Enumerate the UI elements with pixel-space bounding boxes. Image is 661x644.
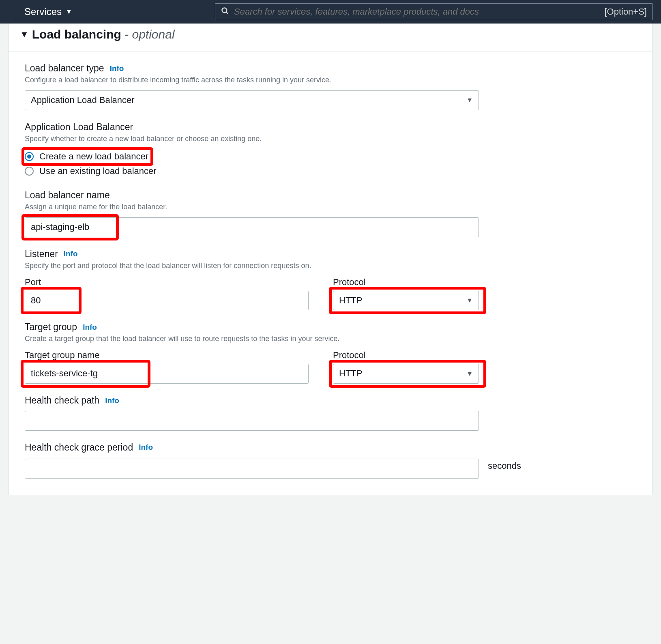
alb-choice-section: Application Load Balancer Specify whethe… xyxy=(9,110,652,178)
svg-point-0 xyxy=(222,8,227,13)
lb-type-info-link[interactable]: Info xyxy=(110,64,124,73)
target-group-section: Target group Info Create a target group … xyxy=(9,310,652,384)
alb-choice-label: Application Load Balancer xyxy=(25,122,133,133)
target-group-label: Target group xyxy=(25,322,77,333)
lb-name-section: Load balancer name Assign a unique name … xyxy=(9,178,652,237)
lb-name-desc: Assign a unique name for the load balanc… xyxy=(25,202,636,213)
search-input[interactable] xyxy=(234,6,599,17)
target-group-desc: Create a target group that the load bala… xyxy=(25,333,636,344)
listener-desc: Specify the port and protocol that the l… xyxy=(25,260,636,271)
radio-use-existing-lb[interactable]: Use an existing load balancer xyxy=(25,164,636,178)
lb-type-section: Load balancer type Info Configure a load… xyxy=(9,52,652,110)
search-icon xyxy=(221,7,229,17)
target-group-info-link[interactable]: Info xyxy=(83,323,97,332)
global-search[interactable]: [Option+S] xyxy=(215,3,653,20)
services-menu-button[interactable]: Services ▼ xyxy=(24,6,72,17)
health-check-path-section: Health check path Info xyxy=(9,384,652,431)
chevron-down-icon: ▼ xyxy=(466,369,473,378)
chevron-down-icon: ▼ xyxy=(466,96,473,105)
health-check-path-input[interactable] xyxy=(25,411,479,431)
tg-protocol-label: Protocol xyxy=(333,350,479,361)
health-grace-input[interactable] xyxy=(25,459,479,479)
radio-checked-icon xyxy=(25,152,34,161)
health-grace-info-link[interactable]: Info xyxy=(139,443,153,452)
radio-existing-label: Use an existing load balancer xyxy=(39,166,157,176)
protocol-label: Protocol xyxy=(333,277,479,288)
load-balancing-panel: ▼ Load balancing - optional Load balance… xyxy=(8,24,653,495)
listener-protocol-value: HTTP xyxy=(339,294,362,307)
grace-unit-label: seconds xyxy=(488,461,521,471)
lb-type-label: Load balancer type xyxy=(25,63,104,74)
listener-protocol-col: Protocol HTTP ▼ xyxy=(333,277,479,311)
tg-name-label: Target group name xyxy=(25,350,309,361)
port-label: Port xyxy=(25,277,309,288)
radio-create-label: Create a new load balancer xyxy=(39,151,148,162)
listener-port-col: Port xyxy=(25,277,309,311)
caret-down-icon: ▼ xyxy=(66,8,72,15)
lb-name-input[interactable] xyxy=(25,217,479,237)
optional-suffix: - optional xyxy=(124,28,174,41)
lb-type-desc: Configure a load balancer to distribute … xyxy=(25,75,636,86)
listener-port-input[interactable] xyxy=(25,291,309,311)
listener-label: Listener xyxy=(25,249,58,260)
radio-create-new-lb[interactable]: Create a new load balancer xyxy=(25,149,148,164)
listener-info-link[interactable]: Info xyxy=(64,249,78,258)
target-group-name-input[interactable] xyxy=(25,364,309,384)
health-grace-section: Health check grace period Info seconds xyxy=(9,431,652,479)
svg-line-1 xyxy=(226,12,228,13)
target-group-name-col: Target group name xyxy=(25,350,309,384)
target-group-protocol-select[interactable]: HTTP ▼ xyxy=(333,364,479,384)
panel-header[interactable]: ▼ Load balancing - optional xyxy=(9,24,652,52)
target-group-protocol-col: Protocol HTTP ▼ xyxy=(333,350,479,384)
health-path-info-link[interactable]: Info xyxy=(105,396,119,405)
lb-type-select[interactable]: Application Load Balancer ▼ xyxy=(25,90,479,110)
tg-protocol-value: HTTP xyxy=(339,367,362,380)
chevron-down-icon: ▼ xyxy=(466,296,473,305)
top-navigation-bar: Services ▼ [Option+S] xyxy=(0,0,661,24)
radio-unchecked-icon xyxy=(25,167,34,176)
collapse-triangle-icon: ▼ xyxy=(20,30,29,39)
health-path-label: Health check path xyxy=(25,395,99,406)
listener-section: Listener Info Specify the port and proto… xyxy=(9,237,652,311)
health-grace-label: Health check grace period xyxy=(25,442,133,453)
alb-choice-desc: Specify whether to create a new load bal… xyxy=(25,133,636,144)
services-label: Services xyxy=(24,6,62,17)
lb-type-selected-value: Application Load Balancer xyxy=(31,94,135,107)
lb-name-label: Load balancer name xyxy=(25,190,110,201)
listener-protocol-select[interactable]: HTTP ▼ xyxy=(333,291,479,311)
panel-title: Load balancing - optional xyxy=(32,28,175,41)
search-shortcut-hint: [Option+S] xyxy=(604,6,647,17)
